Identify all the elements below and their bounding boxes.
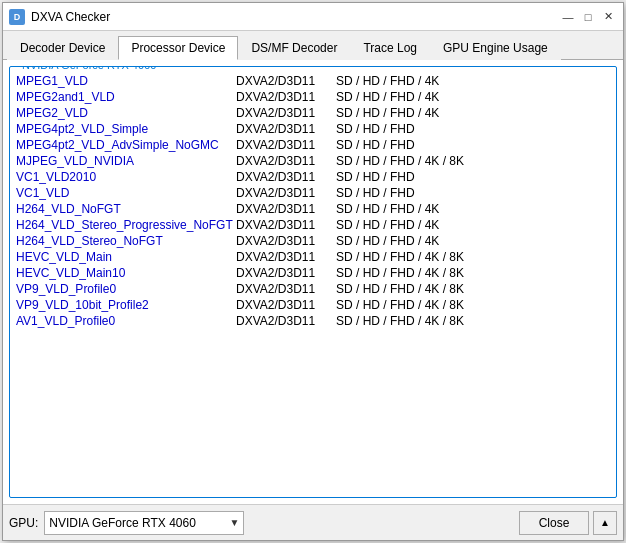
decoder-api: DXVA2/D3D11 [236, 202, 336, 216]
decoder-resolution: SD / HD / FHD / 4K [336, 218, 610, 232]
decoder-resolution: SD / HD / FHD / 4K / 8K [336, 266, 610, 280]
decoder-name: MPEG4pt2_VLD_AdvSimple_NoGMC [16, 138, 236, 152]
decoder-api: DXVA2/D3D11 [236, 154, 336, 168]
main-content: NVIDIA GeForce RTX 4060 MPEG1_VLDDXVA2/D… [3, 60, 623, 504]
window-title: DXVA Checker [31, 10, 110, 24]
main-window: D DXVA Checker — □ ✕ Decoder Device Proc… [2, 2, 624, 541]
decoder-api: DXVA2/D3D11 [236, 298, 336, 312]
decoder-api: DXVA2/D3D11 [236, 74, 336, 88]
decoder-resolution: SD / HD / FHD / 4K [336, 106, 610, 120]
footer-left: GPU: NVIDIA GeForce RTX 4060 ▼ [9, 511, 244, 535]
decoder-name: H264_VLD_Stereo_Progressive_NoFGT [16, 218, 236, 232]
decoder-resolution: SD / HD / FHD [336, 122, 610, 136]
footer: GPU: NVIDIA GeForce RTX 4060 ▼ Close ▲ [3, 504, 623, 540]
gpu-dropdown-value: NVIDIA GeForce RTX 4060 [49, 516, 196, 530]
table-row: H264_VLD_Stereo_Progressive_NoFGTDXVA2/D… [10, 217, 616, 233]
decoder-api: DXVA2/D3D11 [236, 186, 336, 200]
table-row: AV1_VLD_Profile0DXVA2/D3D11SD / HD / FHD… [10, 313, 616, 329]
decoder-name: VP9_VLD_Profile0 [16, 282, 236, 296]
decoder-resolution: SD / HD / FHD [336, 186, 610, 200]
decoder-name: MPEG2and1_VLD [16, 90, 236, 104]
table-row: MJPEG_VLD_NVIDIADXVA2/D3D11SD / HD / FHD… [10, 153, 616, 169]
decoder-name: AV1_VLD_Profile0 [16, 314, 236, 328]
decoder-name: MPEG1_VLD [16, 74, 236, 88]
tab-bar: Decoder Device Processor Device DS/MF De… [3, 31, 623, 60]
decoder-api: DXVA2/D3D11 [236, 266, 336, 280]
app-icon: D [9, 9, 25, 25]
tab-trace-log[interactable]: Trace Log [350, 36, 430, 60]
table-row: MPEG2_VLDDXVA2/D3D11SD / HD / FHD / 4K [10, 105, 616, 121]
decoder-name: H264_VLD_NoFGT [16, 202, 236, 216]
tab-decoder-device[interactable]: Decoder Device [7, 36, 118, 60]
decoder-api: DXVA2/D3D11 [236, 234, 336, 248]
decoder-name: MPEG2_VLD [16, 106, 236, 120]
table-row: VC1_VLD2010DXVA2/D3D11SD / HD / FHD [10, 169, 616, 185]
decoder-name: VC1_VLD2010 [16, 170, 236, 184]
decoder-resolution: SD / HD / FHD / 4K [336, 74, 610, 88]
decoder-resolution: SD / HD / FHD / 4K / 8K [336, 154, 610, 168]
decoder-resolution: SD / HD / FHD [336, 138, 610, 152]
decoder-api: DXVA2/D3D11 [236, 282, 336, 296]
decoder-api: DXVA2/D3D11 [236, 90, 336, 104]
gpu-group-box: NVIDIA GeForce RTX 4060 MPEG1_VLDDXVA2/D… [9, 66, 617, 498]
decoder-api: DXVA2/D3D11 [236, 314, 336, 328]
footer-right: Close ▲ [519, 511, 617, 535]
decoder-api: DXVA2/D3D11 [236, 106, 336, 120]
table-row: HEVC_VLD_MainDXVA2/D3D11SD / HD / FHD / … [10, 249, 616, 265]
maximize-button[interactable]: □ [579, 8, 597, 26]
decoder-resolution: SD / HD / FHD [336, 170, 610, 184]
tab-gpu-engine-usage[interactable]: GPU Engine Usage [430, 36, 561, 60]
minimize-button[interactable]: — [559, 8, 577, 26]
table-row: MPEG2and1_VLDDXVA2/D3D11SD / HD / FHD / … [10, 89, 616, 105]
decoder-name: VC1_VLD [16, 186, 236, 200]
decoder-name: H264_VLD_Stereo_NoFGT [16, 234, 236, 248]
dropdown-arrow-icon: ▼ [229, 517, 239, 528]
tab-dsmf-decoder[interactable]: DS/MF Decoder [238, 36, 350, 60]
decoder-api: DXVA2/D3D11 [236, 250, 336, 264]
table-row: MPEG1_VLDDXVA2/D3D11SD / HD / FHD / 4K [10, 73, 616, 89]
decoder-resolution: SD / HD / FHD / 4K / 8K [336, 282, 610, 296]
decoder-api: DXVA2/D3D11 [236, 218, 336, 232]
table-row: VP9_VLD_10bit_Profile2DXVA2/D3D11SD / HD… [10, 297, 616, 313]
decoder-api: DXVA2/D3D11 [236, 170, 336, 184]
decoder-name: MPEG4pt2_VLD_Simple [16, 122, 236, 136]
decoder-resolution: SD / HD / FHD / 4K / 8K [336, 250, 610, 264]
decoder-api: DXVA2/D3D11 [236, 122, 336, 136]
table-row: H264_VLD_Stereo_NoFGTDXVA2/D3D11SD / HD … [10, 233, 616, 249]
decoder-resolution: SD / HD / FHD / 4K / 8K [336, 314, 610, 328]
scroll-up-button[interactable]: ▲ [593, 511, 617, 535]
title-bar-left: D DXVA Checker [9, 9, 110, 25]
gpu-label: GPU: [9, 516, 38, 530]
table-row: VP9_VLD_Profile0DXVA2/D3D11SD / HD / FHD… [10, 281, 616, 297]
table-row: HEVC_VLD_Main10DXVA2/D3D11SD / HD / FHD … [10, 265, 616, 281]
table-row: MPEG4pt2_VLD_SimpleDXVA2/D3D11SD / HD / … [10, 121, 616, 137]
title-controls: — □ ✕ [559, 8, 617, 26]
decoder-resolution: SD / HD / FHD / 4K [336, 202, 610, 216]
decoder-resolution: SD / HD / FHD / 4K [336, 234, 610, 248]
decoder-name: VP9_VLD_10bit_Profile2 [16, 298, 236, 312]
table-row: MPEG4pt2_VLD_AdvSimple_NoGMCDXVA2/D3D11S… [10, 137, 616, 153]
decoder-name: HEVC_VLD_Main [16, 250, 236, 264]
decoder-name: HEVC_VLD_Main10 [16, 266, 236, 280]
decoder-api: DXVA2/D3D11 [236, 138, 336, 152]
table-row: VC1_VLDDXVA2/D3D11SD / HD / FHD [10, 185, 616, 201]
gpu-dropdown[interactable]: NVIDIA GeForce RTX 4060 ▼ [44, 511, 244, 535]
decoder-list[interactable]: MPEG1_VLDDXVA2/D3D11SD / HD / FHD / 4KMP… [10, 73, 616, 497]
group-label: NVIDIA GeForce RTX 4060 [18, 66, 160, 71]
decoder-resolution: SD / HD / FHD / 4K / 8K [336, 298, 610, 312]
title-bar: D DXVA Checker — □ ✕ [3, 3, 623, 31]
decoder-name: MJPEG_VLD_NVIDIA [16, 154, 236, 168]
table-row: H264_VLD_NoFGTDXVA2/D3D11SD / HD / FHD /… [10, 201, 616, 217]
close-window-button[interactable]: ✕ [599, 8, 617, 26]
decoder-resolution: SD / HD / FHD / 4K [336, 90, 610, 104]
close-button[interactable]: Close [519, 511, 589, 535]
tab-processor-device[interactable]: Processor Device [118, 36, 238, 60]
